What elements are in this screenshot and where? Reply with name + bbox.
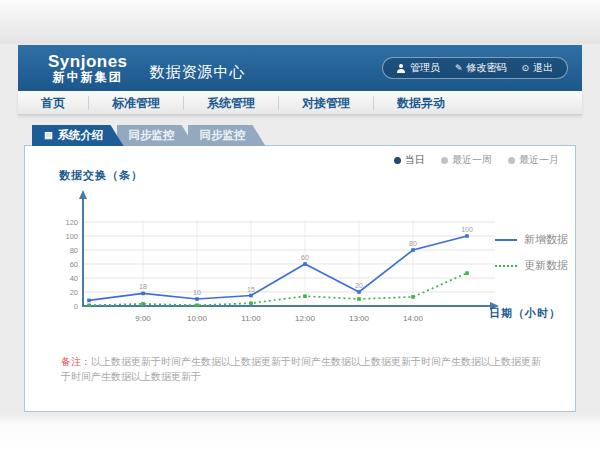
svg-text:15: 15 <box>247 286 255 293</box>
svg-text:9:00: 9:00 <box>135 314 151 323</box>
content-panel: 当日 最近一周 最近一月 数据交换（条） 0204060801001209:00… <box>24 145 576 412</box>
logout-label: 退出 <box>533 61 553 75</box>
legend-item-updated-data: 更新数据 <box>495 258 568 273</box>
tab-label: 同步监控 <box>129 128 175 143</box>
tab-system-intro[interactable]: ▤ 系统介绍 <box>32 125 124 146</box>
svg-text:12:00: 12:00 <box>295 314 316 323</box>
svg-text:13:00: 13:00 <box>349 314 370 323</box>
radio-today-label: 当日 <box>405 153 425 167</box>
nav-item-data-change[interactable]: 数据异动 <box>374 96 468 110</box>
main-nav: 首页 标准管理 系统管理 对接管理 数据异动 <box>18 91 582 115</box>
footnote: 备注：以上数据更新于时间产生数据以上数据更新于时间产生数据以上数据更新于时间产生… <box>61 354 545 384</box>
svg-text:20: 20 <box>70 288 78 297</box>
page-background: Synjones 新中新集团 数据资源中心 管理员 ✎ 修改密码 ⊙ 退出 <box>0 0 600 450</box>
logo-company-name: 新中新集团 <box>48 71 128 84</box>
change-password-label: 修改密码 <box>466 61 506 75</box>
legend-label-new-data: 新增数据 <box>524 232 568 247</box>
dotted-line-swatch <box>495 265 517 267</box>
y-axis-title: 数据交换（条） <box>59 168 143 183</box>
chart-legend: 新增数据 更新数据 <box>495 232 568 273</box>
tab-label: 系统介绍 <box>58 128 104 143</box>
tab-sync-monitor-2[interactable]: 同步监控 <box>188 125 266 146</box>
radio-last-week[interactable]: 最近一周 <box>441 153 492 167</box>
radio-last-month[interactable]: 最近一月 <box>508 153 559 167</box>
svg-text:120: 120 <box>65 218 78 227</box>
radio-last-month-label: 最近一月 <box>519 153 559 167</box>
svg-text:11:00: 11:00 <box>241 314 261 323</box>
svg-text:60: 60 <box>70 260 78 269</box>
radio-dot <box>441 157 448 164</box>
radio-dot-selected <box>394 157 401 164</box>
svg-text:80: 80 <box>409 240 417 247</box>
logo-wordmark: Synjones <box>48 53 128 71</box>
svg-text:100: 100 <box>461 226 473 233</box>
tab-label: 同步监控 <box>200 128 246 143</box>
user-menu: 管理员 ✎ 修改密码 ⊙ 退出 <box>382 57 568 79</box>
change-password-button[interactable]: ✎ 修改密码 <box>455 61 507 75</box>
tab-sync-monitor-1[interactable]: 同步监控 <box>117 125 195 146</box>
user-name-label: 管理员 <box>410 61 440 75</box>
svg-text:14:00: 14:00 <box>403 314 424 323</box>
svg-text:20: 20 <box>355 282 363 289</box>
svg-text:0: 0 <box>74 302 78 311</box>
line-chart: 0204060801001209:0010:0011:0012:0013:001… <box>53 186 513 336</box>
svg-text:40: 40 <box>70 274 78 283</box>
app-header: Synjones 新中新集团 数据资源中心 管理员 ✎ 修改密码 ⊙ 退出 <box>18 45 582 91</box>
svg-text:10: 10 <box>193 289 201 296</box>
footnote-text: 以上数据更新于时间产生数据以上数据更新于时间产生数据以上数据更新于时间产生数据以… <box>61 356 541 382</box>
edit-icon: ✎ <box>455 64 463 73</box>
logo: Synjones 新中新集团 <box>48 53 128 83</box>
app-window: Synjones 新中新集团 数据资源中心 管理员 ✎ 修改密码 ⊙ 退出 <box>18 45 582 412</box>
page-title: 数据资源中心 <box>150 63 246 82</box>
document-icon: ▤ <box>44 131 53 140</box>
svg-text:100: 100 <box>65 232 78 241</box>
nav-item-interface-mgmt[interactable]: 对接管理 <box>279 96 374 110</box>
nav-item-system-mgmt[interactable]: 系统管理 <box>184 96 279 110</box>
footnote-label: 备注： <box>61 356 91 367</box>
range-filter-group: 当日 最近一周 最近一月 <box>394 153 559 167</box>
legend-label-updated-data: 更新数据 <box>524 258 568 273</box>
svg-text:80: 80 <box>70 246 78 255</box>
user-icon <box>397 64 406 73</box>
logout-button[interactable]: ⊙ 退出 <box>521 61 553 75</box>
nav-item-standard-mgmt[interactable]: 标准管理 <box>89 96 184 110</box>
solid-line-swatch <box>495 239 517 241</box>
tab-bar: ▤ 系统介绍 同步监控 同步监控 <box>32 125 582 146</box>
radio-dot <box>508 157 515 164</box>
svg-text:10:00: 10:00 <box>187 314 208 323</box>
nav-item-home[interactable]: 首页 <box>18 96 89 110</box>
legend-item-new-data: 新增数据 <box>495 232 568 247</box>
power-icon: ⊙ <box>521 64 529 73</box>
radio-last-week-label: 最近一周 <box>452 153 492 167</box>
svg-text:18: 18 <box>139 283 147 290</box>
x-axis-title: 日期（小时） <box>489 306 561 321</box>
svg-text:60: 60 <box>301 254 309 261</box>
radio-today[interactable]: 当日 <box>394 153 425 167</box>
user-account-button[interactable]: 管理员 <box>397 61 440 75</box>
